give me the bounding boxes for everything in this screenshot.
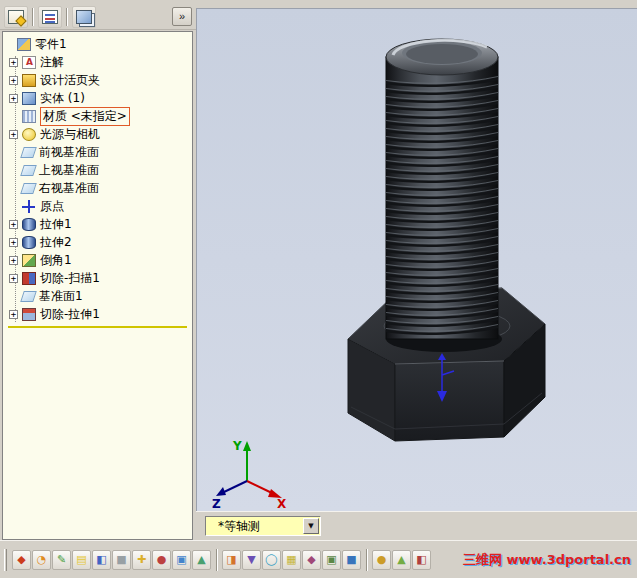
toolbar-separator	[66, 8, 68, 26]
toolbar-glyph: ◯	[265, 554, 277, 565]
rollback-bar[interactable]	[8, 326, 187, 328]
lights-cameras-icon	[22, 128, 36, 141]
toolbar-glyph: ◨	[226, 554, 236, 565]
toolbar-icon-9[interactable]: ▣	[172, 550, 191, 570]
toolbar-icon-19[interactable]: ▲	[392, 550, 411, 570]
cut-extrude-icon	[22, 308, 36, 321]
tree-item-label[interactable]: 材质 <未指定>	[40, 107, 130, 126]
expand-toggle[interactable]: +	[9, 130, 18, 139]
tree-item-label[interactable]: 右视基准面	[39, 180, 99, 197]
toolbar-glyph: ▤	[76, 554, 86, 565]
toolbar-glyph: ▲	[397, 554, 405, 565]
toolbar-icon-12[interactable]: ▼	[242, 550, 261, 570]
panel-toolbar-button-1[interactable]	[4, 6, 28, 28]
tree-item-label[interactable]: 实体 (1)	[40, 90, 85, 107]
triad-z-label: Z	[212, 497, 221, 511]
triad-y-arrow	[243, 441, 251, 451]
toolbar-icon-16[interactable]: ▣	[322, 550, 341, 570]
toolbar-icon-18[interactable]: ●	[372, 550, 391, 570]
toolbar-icon-10[interactable]: ▲	[192, 550, 211, 570]
expand-toggle[interactable]: +	[9, 94, 18, 103]
tree-item-chamfer-11[interactable]: +倒角1	[5, 251, 190, 269]
tree-item-origin-8[interactable]: 原点	[5, 197, 190, 215]
expand-toggle[interactable]: +	[9, 274, 18, 283]
tree-item-extrude-10[interactable]: +拉伸2	[5, 233, 190, 251]
toolbar-icon-11[interactable]: ◨	[222, 550, 241, 570]
bottom-toolbar: ◆◔✎▤◧■✚●▣▲◨▼◯▦◆▣■●▲◧ 三维网 www.3dportal.cn	[0, 540, 637, 578]
tree-item-label[interactable]: 前视基准面	[39, 144, 99, 161]
toolbar-glyph: ◆	[17, 554, 25, 565]
toolbar-icon-7[interactable]: ✚	[132, 550, 151, 570]
tree-item-label[interactable]: 基准面1	[39, 288, 83, 305]
tree-root-label[interactable]: 零件1	[35, 36, 67, 53]
toolbar-icon-17[interactable]: ■	[342, 550, 361, 570]
bottom-toolbar-icons: ◆◔✎▤◧■✚●▣▲◨▼◯▦◆▣■●▲◧	[12, 549, 432, 571]
tree-item-design-binder-1[interactable]: +设计活页夹	[5, 71, 190, 89]
tree-item-extrude-9[interactable]: +拉伸1	[5, 215, 190, 233]
cut-sweep-icon	[22, 272, 36, 285]
toolbar-icon-14[interactable]: ▦	[282, 550, 301, 570]
toolbar-glyph: ▣	[326, 554, 336, 565]
toolbar-icon-20[interactable]: ◧	[412, 550, 431, 570]
tree-item-cut-sweep-12[interactable]: +切除-扫描1	[5, 269, 190, 287]
toolbar-icon-8[interactable]: ●	[152, 550, 171, 570]
expand-panel-button[interactable]: »	[172, 7, 192, 26]
view-orientation-combo[interactable]: *等轴测 ▼	[205, 516, 321, 536]
plane-icon	[20, 291, 37, 302]
viewport[interactable]: Y X Z	[196, 8, 637, 511]
tree-item-cut-extrude-14[interactable]: +切除-拉伸1	[5, 305, 190, 323]
tree-root-part[interactable]: 零件1	[5, 35, 190, 53]
toolbar-grip[interactable]	[4, 549, 7, 571]
tree-item-plane-7[interactable]: 右视基准面	[5, 179, 190, 197]
document-icon	[8, 10, 24, 24]
toolbar-glyph: ◔	[37, 554, 47, 565]
tree-item-label[interactable]: 注解	[40, 54, 64, 71]
toolbar-icon-15[interactable]: ◆	[302, 550, 321, 570]
expand-toggle[interactable]: +	[9, 76, 18, 85]
windows-icon	[76, 10, 92, 24]
tree-item-plane-13[interactable]: 基准面1	[5, 287, 190, 305]
tree-item-annotations-0[interactable]: +注解	[5, 53, 190, 71]
tree-item-label[interactable]: 原点	[40, 198, 64, 215]
tree-item-label[interactable]: 光源与相机	[40, 126, 100, 143]
tree-item-label[interactable]: 拉伸1	[40, 216, 72, 233]
tree-item-plane-6[interactable]: 上视基准面	[5, 161, 190, 179]
panel-toolbar-button-2[interactable]	[38, 6, 62, 28]
tree-item-lights-cameras-4[interactable]: +光源与相机	[5, 125, 190, 143]
toolbar-icon-4[interactable]: ▤	[72, 550, 91, 570]
toolbar-icon-5[interactable]: ◧	[92, 550, 111, 570]
tree-item-plane-5[interactable]: 前视基准面	[5, 143, 190, 161]
watermark: 三维网 www.3dportal.cn	[463, 551, 633, 569]
toolbar-glyph: ▼	[247, 554, 255, 565]
expand-toggle[interactable]: +	[9, 58, 18, 67]
tree-item-label[interactable]: 上视基准面	[39, 162, 99, 179]
expand-toggle[interactable]: +	[9, 220, 18, 229]
tree-item-label[interactable]: 倒角1	[40, 252, 72, 269]
panel-toolbar-button-3[interactable]	[72, 6, 96, 28]
combo-dropdown-button[interactable]: ▼	[303, 518, 319, 534]
reference-triad[interactable]: Y X Z	[211, 437, 293, 511]
toolbar-glyph: ✎	[57, 554, 66, 565]
tree-item-label[interactable]: 设计活页夹	[40, 72, 100, 89]
toolbar-icon-1[interactable]: ◆	[12, 550, 31, 570]
tree-item-label[interactable]: 拉伸2	[40, 234, 72, 251]
tree-item-solid-bodies-2[interactable]: +实体 (1)	[5, 89, 190, 107]
expand-toggle[interactable]: +	[9, 256, 18, 265]
toolbar-icon-3[interactable]: ✎	[52, 550, 71, 570]
feature-tree-panel: 零件1 +注解+设计活页夹+实体 (1)材质 <未指定>+光源与相机前视基准面上…	[2, 31, 193, 540]
extrude-icon	[22, 218, 36, 231]
triad-z-arrow	[216, 487, 226, 496]
toolbar-glyph: ●	[157, 554, 167, 565]
tree-item-label[interactable]: 切除-拉伸1	[40, 306, 100, 323]
toolbar-icon-2[interactable]: ◔	[32, 550, 51, 570]
tree-item-material-3[interactable]: 材质 <未指定>	[5, 107, 190, 125]
design-binder-icon	[22, 74, 36, 87]
toolbar-icon-13[interactable]: ◯	[262, 550, 281, 570]
toolbar-separator	[216, 549, 218, 571]
tree-item-label[interactable]: 切除-扫描1	[40, 270, 100, 287]
toolbar-separator	[366, 549, 368, 571]
expand-toggle[interactable]: +	[9, 310, 18, 319]
toolbar-icon-6[interactable]: ■	[112, 550, 131, 570]
material-icon	[22, 110, 36, 123]
expand-toggle[interactable]: +	[9, 238, 18, 247]
